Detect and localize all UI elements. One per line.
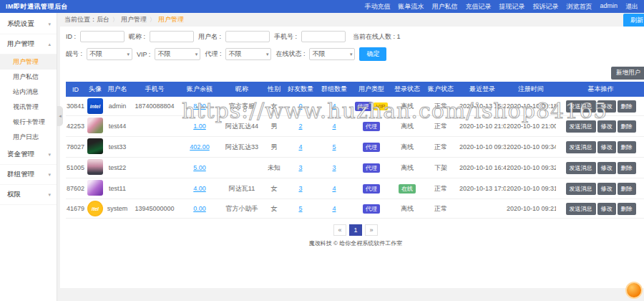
friends-count-link[interactable]: 3 [298, 185, 302, 192]
gender: 女 [264, 97, 284, 116]
sidebar-item-用户日志[interactable]: 用户日志 [0, 130, 57, 145]
nickname: 官方客服 [220, 97, 264, 116]
breadcrumb-separator: 〉 [150, 16, 155, 23]
delete-button[interactable]: 删除 [618, 183, 636, 195]
edit-button[interactable]: 修改 [597, 141, 616, 153]
add-user-button[interactable]: 新增用户 [611, 67, 644, 80]
filter-select-0[interactable]: 不限▾ [87, 48, 132, 60]
prev-page-button[interactable]: « [333, 224, 346, 236]
friends-count-link[interactable]: 4 [298, 143, 302, 150]
filter-select-2[interactable]: 不限▾ [225, 48, 271, 60]
sidebar-section-系统设置[interactable]: 系统设置▾ [0, 14, 57, 34]
page-number-1[interactable]: 1 [349, 224, 362, 236]
friends-count-link[interactable]: 3 [298, 164, 302, 171]
phone: 18740088804 [130, 97, 180, 116]
sidebar-item-站内消息[interactable]: 站内消息 [0, 85, 57, 100]
login-status-badge: 在线 [399, 184, 416, 194]
last-login-time: 2020-10-13 17:04 [459, 178, 506, 199]
table-row: 87602test114.00阿达瓦11女34代理在线正常2020-10-13 … [66, 178, 644, 199]
topbar-link-退出[interactable]: 退出 [625, 2, 638, 11]
edit-button[interactable]: 修改 [597, 203, 616, 215]
breadcrumb-item-用户管理[interactable]: 用户管理 [158, 16, 184, 23]
friends-cell: 3 [284, 158, 317, 178]
friends-cell: 0 [284, 97, 317, 116]
sidebar: 系统设置▾用户管理▴用户管理用户私信站内消息视讯管理银行卡管理用户日志资金管理▾… [0, 13, 57, 301]
refresh-button[interactable]: 刷新 [623, 14, 644, 27]
delete-button[interactable]: 删除 [618, 162, 636, 174]
balance-link[interactable]: 4.00 [193, 185, 206, 192]
filter-input-3[interactable] [301, 31, 346, 42]
friends-cell: 5 [284, 199, 317, 219]
column-header-群组数量: 群组数量 [317, 82, 351, 97]
send-message-button[interactable]: 发送消息 [566, 203, 596, 215]
edit-button[interactable]: 修改 [597, 100, 616, 113]
topbar-link-手动充值[interactable]: 手动充值 [364, 2, 390, 11]
topbar-link-投诉记录[interactable]: 投诉记录 [532, 2, 558, 11]
sidebar-section-权限[interactable]: 权限▾ [0, 185, 57, 205]
phone [130, 158, 180, 178]
topbar-link-浏览首页[interactable]: 浏览首页 [566, 2, 592, 11]
balance-link[interactable]: 402.00 [190, 143, 210, 150]
sidebar-section-资金管理[interactable]: 资金管理▾ [0, 145, 57, 165]
username: test22 [105, 158, 130, 178]
filter-select-1[interactable]: 不限▾ [155, 48, 200, 60]
register-time: 2020-10-10 09:32 [506, 158, 556, 178]
chevron-down-icon: ▾ [48, 172, 51, 178]
phone [130, 137, 180, 158]
gender: 女 [264, 178, 284, 199]
floating-action-button[interactable] [625, 282, 643, 299]
groups-count-link[interactable]: 4 [332, 205, 336, 212]
topbar-link-用户私信[interactable]: 用户私信 [431, 2, 457, 11]
filter-input-1[interactable] [150, 31, 194, 42]
send-message-button[interactable]: 发送消息 [566, 100, 596, 113]
delete-button[interactable]: 删除 [618, 120, 636, 133]
balance-link[interactable]: 1.00 [193, 123, 206, 130]
balance-link[interactable]: 0.00 [193, 205, 206, 212]
sidebar-item-银行卡管理[interactable]: 银行卡管理 [0, 115, 57, 130]
sidebar-section-用户管理[interactable]: 用户管理▴ [0, 34, 57, 54]
confirm-button[interactable]: 确定 [359, 47, 386, 61]
balance-link[interactable]: 5.00 [193, 164, 206, 171]
sidebar-item-视讯管理[interactable]: 视讯管理 [0, 100, 57, 115]
sidebar-item-用户私信[interactable]: 用户私信 [0, 70, 57, 85]
edit-button[interactable]: 修改 [597, 120, 616, 133]
next-page-button[interactable]: » [365, 224, 378, 236]
friends-count-link[interactable]: 2 [298, 123, 302, 130]
send-message-button[interactable]: 发送消息 [566, 162, 596, 174]
filter-input-0[interactable] [80, 31, 125, 42]
avatar [87, 159, 103, 175]
delete-button[interactable]: 删除 [618, 141, 636, 153]
topbar-link-admin[interactable]: admin [600, 2, 618, 11]
groups-count-link[interactable]: 3 [332, 164, 336, 171]
filter-input-2[interactable] [225, 31, 270, 42]
filter-select-3[interactable]: 不限▾ [309, 48, 355, 60]
actions-cell: 发送消息修改删除 [556, 199, 644, 219]
send-message-button[interactable]: 发送消息 [566, 120, 596, 133]
select-label-2: 代理 : [205, 49, 221, 59]
groups-count-link[interactable]: 4 [332, 102, 336, 110]
friends-count-link[interactable]: 0 [298, 102, 302, 110]
topbar-link-充值记录[interactable]: 充值记录 [465, 2, 491, 11]
balance-cell: 1.00 [180, 116, 220, 137]
delete-button[interactable]: 删除 [618, 100, 636, 113]
friends-count-link[interactable]: 5 [298, 205, 302, 212]
delete-button[interactable]: 删除 [618, 203, 636, 215]
breadcrumb-item-用户管理[interactable]: 用户管理 [121, 16, 147, 23]
edit-button[interactable]: 修改 [597, 183, 616, 195]
send-message-button[interactable]: 发送消息 [566, 183, 596, 195]
send-message-button[interactable]: 发送消息 [566, 141, 596, 153]
breadcrumb-item-后台[interactable]: 后台 [97, 16, 109, 23]
groups-count-link[interactable]: 5 [332, 143, 336, 150]
sidebar-section-群组管理[interactable]: 群组管理▾ [0, 165, 57, 185]
breadcrumb: 当前位置： 后台〉用户管理〉用户管理 刷新 [57, 13, 644, 26]
gender: 女 [264, 199, 284, 219]
groups-count-link[interactable]: 4 [332, 185, 336, 192]
topbar-link-账单流水[interactable]: 账单流水 [398, 2, 424, 11]
topbar-link-提现记录[interactable]: 提现记录 [499, 2, 525, 11]
balance-link[interactable]: 8.00 [193, 102, 206, 110]
edit-button[interactable]: 修改 [597, 162, 616, 174]
login-status-cell: 离线 [391, 137, 423, 158]
sidebar-item-用户管理[interactable]: 用户管理 [0, 54, 57, 70]
groups-count-link[interactable]: 4 [332, 123, 336, 130]
sidebar-collapse-handle[interactable]: ◂ [57, 106, 63, 126]
